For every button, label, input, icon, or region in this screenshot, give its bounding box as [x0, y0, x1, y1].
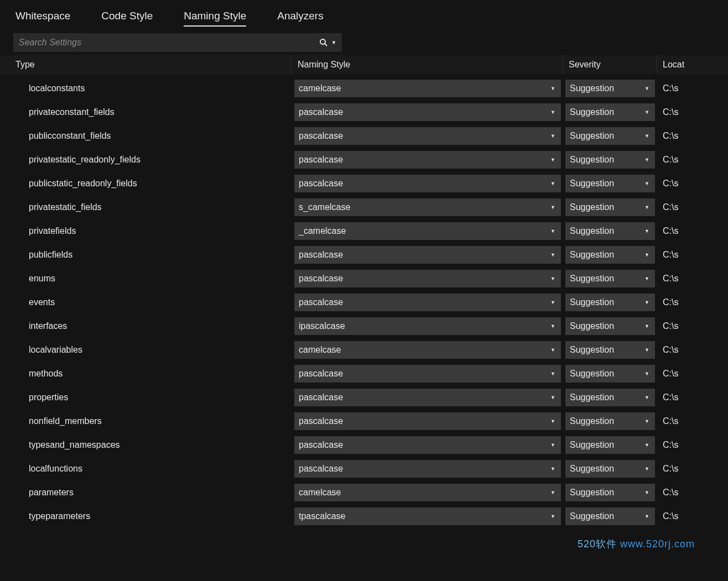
naming-cell: pascalcase▼ — [291, 294, 563, 311]
type-cell: parameters — [0, 488, 291, 498]
severity-cell: Suggestion▼ — [563, 484, 657, 501]
severity-dropdown[interactable]: Suggestion▼ — [565, 222, 655, 240]
naming-style-dropdown[interactable]: pascalcase▼ — [294, 127, 561, 145]
svg-point-0 — [320, 39, 325, 44]
naming-style-dropdown[interactable]: pascalcase▼ — [294, 412, 561, 430]
type-cell: privatestatic_fields — [0, 202, 291, 212]
severity-cell: Suggestion▼ — [563, 151, 657, 169]
naming-cell: camelcase▼ — [291, 80, 563, 97]
naming-style-dropdown[interactable]: pascalcase▼ — [294, 270, 561, 287]
type-cell: events — [0, 297, 291, 307]
severity-dropdown[interactable]: Suggestion▼ — [565, 389, 655, 406]
chevron-down-icon: ▼ — [550, 205, 555, 210]
location-cell: C:\s — [657, 155, 728, 165]
dropdown-value: ipascalcase — [299, 321, 345, 331]
naming-style-dropdown[interactable]: pascalcase▼ — [294, 246, 561, 264]
table-row: publicstatic_readonly_fieldspascalcase▼S… — [0, 171, 728, 195]
severity-dropdown[interactable]: Suggestion▼ — [565, 151, 655, 169]
severity-cell: Suggestion▼ — [563, 341, 657, 359]
dropdown-value: Suggestion — [570, 155, 614, 165]
location-cell: C:\s — [657, 488, 728, 498]
severity-dropdown[interactable]: Suggestion▼ — [565, 175, 655, 192]
column-header-type[interactable]: Type — [0, 55, 291, 74]
location-cell: C:\s — [657, 345, 728, 355]
naming-style-dropdown[interactable]: pascalcase▼ — [294, 103, 561, 121]
naming-style-dropdown[interactable]: pascalcase▼ — [294, 175, 561, 192]
naming-style-dropdown[interactable]: s_camelcase▼ — [294, 198, 561, 216]
severity-dropdown[interactable]: Suggestion▼ — [565, 436, 655, 454]
severity-dropdown[interactable]: Suggestion▼ — [565, 294, 655, 311]
search-input[interactable] — [19, 38, 319, 48]
table-row: publicconstant_fieldspascalcase▼Suggesti… — [0, 124, 728, 148]
chevron-down-icon: ▼ — [644, 514, 649, 519]
severity-dropdown[interactable]: Suggestion▼ — [565, 246, 655, 264]
type-cell: privateconstant_fields — [0, 107, 291, 117]
naming-style-dropdown[interactable]: camelcase▼ — [294, 341, 561, 359]
severity-dropdown[interactable]: Suggestion▼ — [565, 127, 655, 145]
table-row: localfunctionspascalcase▼Suggestion▼C:\s — [0, 457, 728, 480]
search-bar: ▼ — [13, 33, 342, 52]
column-header-severity[interactable]: Severity — [563, 55, 657, 74]
search-icon — [319, 38, 328, 47]
dropdown-value: pascalcase — [299, 369, 343, 379]
severity-dropdown[interactable]: Suggestion▼ — [565, 80, 655, 97]
tab-code-style[interactable]: Code Style — [97, 6, 168, 28]
tab-analyzers[interactable]: Analyzers — [273, 6, 339, 28]
severity-dropdown[interactable]: Suggestion▼ — [565, 365, 655, 383]
table-row: methodspascalcase▼Suggestion▼C:\s — [0, 362, 728, 385]
chevron-down-icon: ▼ — [644, 490, 649, 495]
naming-style-dropdown[interactable]: ipascalcase▼ — [294, 317, 561, 335]
chevron-down-icon: ▼ — [644, 252, 649, 258]
severity-dropdown[interactable]: Suggestion▼ — [565, 484, 655, 501]
naming-style-dropdown[interactable]: pascalcase▼ — [294, 151, 561, 169]
dropdown-value: s_camelcase — [299, 202, 350, 212]
dropdown-value: Suggestion — [570, 464, 614, 474]
severity-dropdown[interactable]: Suggestion▼ — [565, 317, 655, 335]
table-row: parameterscamelcase▼Suggestion▼C:\s — [0, 480, 728, 504]
dropdown-value: pascalcase — [299, 440, 343, 450]
table-row: publicfieldspascalcase▼Suggestion▼C:\s — [0, 243, 728, 266]
severity-dropdown[interactable]: Suggestion▼ — [565, 103, 655, 121]
severity-dropdown[interactable]: Suggestion▼ — [565, 198, 655, 216]
tab-whitespace[interactable]: Whitespace — [11, 6, 86, 28]
naming-cell: pascalcase▼ — [291, 389, 563, 406]
tab-naming-style[interactable]: Naming Style — [179, 6, 262, 28]
search-actions[interactable]: ▼ — [319, 38, 336, 47]
naming-cell: pascalcase▼ — [291, 127, 563, 145]
naming-cell: pascalcase▼ — [291, 175, 563, 192]
dropdown-value: Suggestion — [570, 392, 614, 402]
chevron-down-icon: ▼ — [644, 205, 649, 210]
severity-dropdown[interactable]: Suggestion▼ — [565, 341, 655, 359]
naming-style-dropdown[interactable]: pascalcase▼ — [294, 294, 561, 311]
naming-style-dropdown[interactable]: _camelcase▼ — [294, 222, 561, 240]
naming-style-dropdown[interactable]: pascalcase▼ — [294, 365, 561, 383]
dropdown-value: Suggestion — [570, 416, 614, 426]
naming-style-dropdown[interactable]: pascalcase▼ — [294, 389, 561, 406]
severity-dropdown[interactable]: Suggestion▼ — [565, 507, 655, 525]
table-row: privatestatic_fieldss_camelcase▼Suggesti… — [0, 195, 728, 219]
naming-style-dropdown[interactable]: tpascalcase▼ — [294, 507, 561, 525]
location-cell: C:\s — [657, 131, 728, 141]
naming-style-dropdown[interactable]: camelcase▼ — [294, 80, 561, 97]
type-cell: interfaces — [0, 321, 291, 331]
dropdown-value: pascalcase — [299, 297, 343, 307]
naming-style-dropdown[interactable]: camelcase▼ — [294, 484, 561, 501]
column-header-naming[interactable]: Naming Style — [291, 55, 563, 74]
severity-dropdown[interactable]: Suggestion▼ — [565, 412, 655, 430]
naming-style-dropdown[interactable]: pascalcase▼ — [294, 460, 561, 478]
severity-dropdown[interactable]: Suggestion▼ — [565, 270, 655, 287]
chevron-down-icon: ▼ — [644, 395, 649, 400]
severity-cell: Suggestion▼ — [563, 222, 657, 240]
severity-dropdown[interactable]: Suggestion▼ — [565, 460, 655, 478]
chevron-down-icon: ▼ — [550, 466, 555, 472]
column-header-location[interactable]: Locat — [657, 55, 728, 74]
svg-line-1 — [325, 44, 327, 46]
location-cell: C:\s — [657, 250, 728, 260]
chevron-down-icon: ▼ — [550, 133, 555, 139]
naming-cell: _camelcase▼ — [291, 222, 563, 240]
naming-cell: camelcase▼ — [291, 341, 563, 359]
naming-style-dropdown[interactable]: pascalcase▼ — [294, 436, 561, 454]
location-cell: C:\s — [657, 202, 728, 212]
chevron-down-icon: ▼ — [550, 442, 555, 448]
chevron-down-icon: ▼ — [644, 276, 649, 281]
